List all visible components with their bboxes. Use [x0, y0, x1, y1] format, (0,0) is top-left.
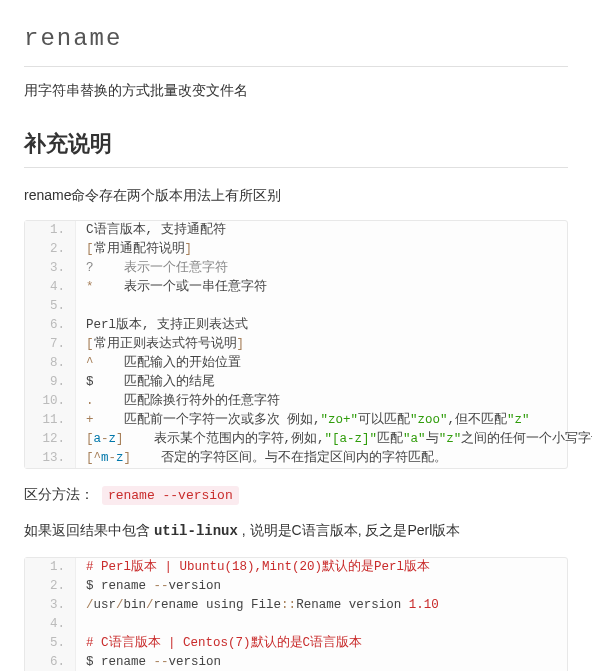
code-line: 2.$ rename --version	[25, 577, 567, 596]
code-line: 8.^ 匹配输入的开始位置	[25, 354, 567, 373]
line-content: . 匹配除换行符外的任意字符	[76, 392, 280, 411]
line-number: 3.	[25, 259, 76, 278]
line-content: [常用正则表达式符号说明]	[76, 335, 244, 354]
code-line: 12.[a-z] 表示某个范围内的字符,例如,"[a-z]"匹配"a"与"z"之…	[25, 430, 567, 449]
line-number: 2.	[25, 240, 76, 259]
code-line: 1.# Perl版本 | Ubuntu(18),Mint(20)默认的是Perl…	[25, 558, 567, 577]
code-block-2: 1.# Perl版本 | Ubuntu(18),Mint(20)默认的是Perl…	[24, 557, 568, 671]
result-prefix: 如果返回结果中包含	[24, 522, 154, 538]
line-content: [a-z] 表示某个范围内的字符,例如,"[a-z]"匹配"a"与"z"之间的任…	[76, 430, 592, 449]
code-line: 7.[常用正则表达式符号说明]	[25, 335, 567, 354]
line-content: # Perl版本 | Ubuntu(18),Mint(20)默认的是Perl版本	[76, 558, 430, 577]
line-number: 6.	[25, 653, 76, 671]
line-number: 1.	[25, 558, 76, 577]
subtitle: 用字符串替换的方式批量改变文件名	[24, 79, 568, 101]
line-number: 10.	[25, 392, 76, 411]
line-number: 13.	[25, 449, 76, 468]
line-number: 8.	[25, 354, 76, 373]
result-description: 如果返回结果中包含 util-linux , 说明是C语言版本, 反之是Perl…	[24, 519, 568, 542]
line-number: 11.	[25, 411, 76, 430]
code-line: 3.? 表示一个任意字符	[25, 259, 567, 278]
line-content: * 表示一个或一串任意字符	[76, 278, 267, 297]
line-content: # C语言版本 | Centos(7)默认的是C语言版本	[76, 634, 362, 653]
code-block-1: 1.C语言版本, 支持通配符2.[常用通配符说明]3.? 表示一个任意字符4.*…	[24, 220, 568, 469]
code-line: 4.	[25, 615, 567, 634]
line-number: 4.	[25, 615, 76, 634]
line-number: 2.	[25, 577, 76, 596]
code-line: 10.. 匹配除换行符外的任意字符	[25, 392, 567, 411]
line-number: 12.	[25, 430, 76, 449]
code-line: 3./usr/bin/rename using File::Rename ver…	[25, 596, 567, 615]
line-content: $ rename --version	[76, 577, 221, 596]
code-line: 1.C语言版本, 支持通配符	[25, 221, 567, 240]
line-content: + 匹配前一个字符一次或多次 例如,"zo+"可以匹配"zoo",但不匹配"z"	[76, 411, 530, 430]
line-number: 9.	[25, 373, 76, 392]
section-heading: 补充说明	[24, 126, 568, 168]
distinguish-line: 区分方法： rename --version	[24, 483, 568, 507]
code-line: 5.# C语言版本 | Centos(7)默认的是C语言版本	[25, 634, 567, 653]
code-line: 4.* 表示一个或一串任意字符	[25, 278, 567, 297]
line-number: 4.	[25, 278, 76, 297]
line-content: /usr/bin/rename using File::Rename versi…	[76, 596, 439, 615]
line-content: Perl版本, 支持正则表达式	[76, 316, 248, 335]
line-number: 3.	[25, 596, 76, 615]
code-line: 9.$ 匹配输入的结尾	[25, 373, 567, 392]
code-line: 5.	[25, 297, 567, 316]
code-line: 11.+ 匹配前一个字符一次或多次 例如,"zo+"可以匹配"zoo",但不匹配…	[25, 411, 567, 430]
line-content: $ rename --version	[76, 653, 221, 671]
line-number: 5.	[25, 634, 76, 653]
distinguish-command: rename --version	[102, 486, 239, 505]
line-content: ? 表示一个任意字符	[76, 259, 228, 278]
line-content: $ 匹配输入的结尾	[76, 373, 215, 392]
line-number: 1.	[25, 221, 76, 240]
intro-text: rename命令存在两个版本用法上有所区别	[24, 184, 568, 206]
code-line: 6.$ rename --version	[25, 653, 567, 671]
code-line: 6.Perl版本, 支持正则表达式	[25, 316, 567, 335]
code-line: 2.[常用通配符说明]	[25, 240, 567, 259]
page-title: rename	[24, 20, 568, 67]
result-suffix: , 说明是C语言版本, 反之是Perl版本	[238, 522, 460, 538]
line-content: ^ 匹配输入的开始位置	[76, 354, 241, 373]
line-number: 5.	[25, 297, 76, 316]
line-content: [常用通配符说明]	[76, 240, 192, 259]
result-mono: util-linux	[154, 523, 238, 539]
line-content: [^m-z] 否定的字符区间。与不在指定区间内的字符匹配。	[76, 449, 447, 468]
line-number: 6.	[25, 316, 76, 335]
line-number: 7.	[25, 335, 76, 354]
distinguish-label: 区分方法：	[24, 486, 94, 502]
line-content: C语言版本, 支持通配符	[76, 221, 226, 240]
code-line: 13.[^m-z] 否定的字符区间。与不在指定区间内的字符匹配。	[25, 449, 567, 468]
